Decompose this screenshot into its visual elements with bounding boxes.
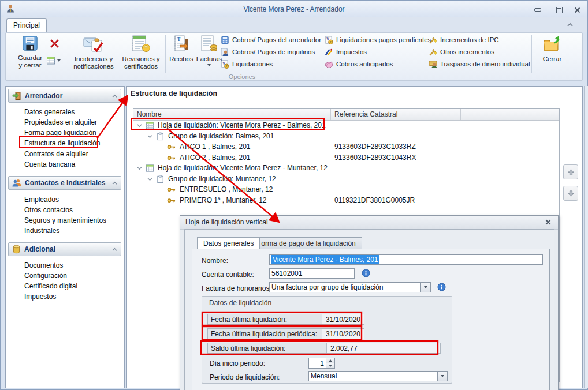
recibos-button[interactable]: T Recibos: [168, 35, 195, 63]
sidebar-item-contratos[interactable]: Contratos de alquiler: [24, 150, 88, 158]
table-row[interactable]: Grupo de liquidación: Balmes, 201: [133, 131, 559, 142]
menu-cobros-pagos-inquilinos[interactable]: Cobros/ Pagos de inquilinos: [221, 47, 315, 57]
chevron-down-icon[interactable]: [147, 134, 152, 139]
menu-impuestos[interactable]: Impuestos: [325, 47, 367, 57]
spinner-up-button[interactable]: [326, 358, 334, 363]
dialog-close-button[interactable]: [544, 218, 552, 226]
combo-dropdown-button[interactable]: [420, 283, 430, 292]
right-scroll-strip[interactable]: [584, 86, 588, 388]
revisions-bell-icon: [131, 35, 151, 53]
svg-text:€: €: [330, 40, 332, 44]
sidebar-item-propiedades[interactable]: Propiedades en alquiler: [24, 118, 97, 126]
ribbon-separator: [165, 35, 166, 73]
dia-inicio-spinner[interactable]: 1: [308, 358, 335, 369]
key-icon: [167, 197, 176, 204]
section-title: Adicional: [24, 245, 109, 253]
info-icon[interactable]: [437, 283, 446, 291]
section-title: Arrendador: [25, 92, 109, 100]
title-bar: Vicente Mora Perez - Arrendador: [1, 1, 587, 17]
minimize-button[interactable]: [533, 6, 543, 14]
tab-content: Nombre: Vicente Mora Perez - Balmes, 201…: [192, 249, 550, 390]
chevron-down-icon[interactable]: [137, 123, 142, 128]
ribbon-separator: [572, 35, 572, 73]
revisiones-button[interactable]: Revisiones y certificados: [118, 35, 164, 70]
collapse-ribbon-button[interactable]: [566, 21, 575, 28]
menu-otros-incrementos[interactable]: Otros incrementos: [429, 47, 494, 57]
periodo-combo[interactable]: Mensual: [308, 371, 448, 381]
delete-button[interactable]: [47, 37, 61, 50]
save-close-button[interactable]: Guardar y cerrar: [12, 35, 49, 69]
sidebar-item-certificado[interactable]: Certificado digital: [24, 282, 77, 290]
menu-item-label: Otros incrementos: [440, 48, 494, 55]
table-row[interactable]: Grupo de liquidación: Muntaner, 12: [133, 174, 559, 185]
factura-honorarios-combo[interactable]: Una factura por grupo de liquidación: [269, 282, 431, 292]
combo-value: Una factura por grupo de liquidación: [271, 283, 383, 291]
tab-forma-pago[interactable]: Forma de pago de la liquidación: [251, 237, 362, 249]
row-ref: 0119321DF3801G0005JR: [334, 196, 415, 204]
section-title: Contactos e industriales: [25, 179, 109, 187]
tab-principal[interactable]: Principal: [6, 18, 47, 33]
move-up-button[interactable]: [563, 164, 578, 179]
sidebar-item-industriales[interactable]: Industriales: [24, 227, 59, 235]
wrench-sparkle-icon: [429, 48, 437, 57]
sidebar-item-datos-generales[interactable]: Datos generales: [24, 108, 75, 116]
list-view-dropdown-button[interactable]: [46, 56, 61, 65]
tax-icon: [325, 48, 333, 57]
table-row[interactable]: ATICO 2 , Balmes, 201 9133603DF2893C1043…: [133, 152, 559, 163]
column-empty[interactable]: [461, 109, 559, 120]
cerrar-button[interactable]: Cerrar: [535, 35, 570, 63]
restore-button[interactable]: [554, 6, 564, 14]
close-button[interactable]: [572, 6, 582, 14]
menu-incrementos-ipc[interactable]: Incrementos de IPC: [429, 35, 499, 45]
ribbon: Guardar y cerrar Incidencias y notifica: [5, 32, 583, 81]
sidebar-item-configuracion[interactable]: Configuración: [24, 272, 67, 280]
datos-liquidacion-group: Datos de liquidación Fecha última liquid…: [202, 296, 452, 384]
dialog-title-bar: Hoja de liquidación vertical: [180, 216, 558, 230]
sidebar-item-cuenta-bancaria[interactable]: Cuenta bancaria: [24, 160, 75, 168]
sidebar-item-impuestos[interactable]: Impuestos: [24, 292, 56, 301]
menu-item-label: Cobros/ Pagos de inquilinos: [232, 48, 315, 55]
sidebar-section-contactos[interactable]: Contactos e industriales: [8, 176, 121, 190]
sidebar-item-forma-pago[interactable]: Forma pago liquidación: [24, 129, 96, 137]
row-label: ENTRESUELO , Muntaner, 12: [180, 185, 273, 193]
landlord-door-icon: [12, 91, 21, 100]
sidebar-item-documentos[interactable]: Documentos: [24, 261, 63, 269]
table-row[interactable]: Hoja de liquidación: Vicente Mora Perez …: [133, 120, 559, 131]
column-nombre[interactable]: Nombre: [133, 109, 331, 120]
column-referencia-catastral[interactable]: Referencia Catastral: [331, 109, 461, 120]
sidebar-item-empleados[interactable]: Empleados: [24, 196, 59, 204]
incidencias-label: Incidencias y notificaciones: [73, 55, 114, 70]
info-icon[interactable]: [362, 269, 370, 278]
table-row[interactable]: ATICO 1 , Balmes, 201 9133603DF2893C1033…: [133, 141, 559, 152]
menu-cobros-anticipados[interactable]: Cobros anticipados: [325, 59, 393, 69]
sidebar-section-arrendador[interactable]: Arrendador: [8, 89, 121, 103]
facturas-button[interactable]: Facturas: [195, 35, 223, 66]
menu-traspasos-dinero[interactable]: Traspasos de dinero individual: [429, 59, 530, 69]
tab-datos-generales[interactable]: Datos generales: [197, 237, 260, 249]
svg-text:V: V: [326, 36, 329, 40]
move-down-button[interactable]: [563, 186, 578, 201]
clipboard-icon: [156, 132, 165, 141]
sidebar-item-otros-contactos[interactable]: Otros contactos: [24, 206, 73, 214]
spinner-down-button[interactable]: [326, 363, 334, 369]
incidencias-button[interactable]: Incidencias y notificaciones: [70, 35, 117, 70]
sidebar-section-adicional[interactable]: Adicional: [8, 242, 121, 256]
table-row[interactable]: ENTRESUELO , Muntaner, 12: [133, 184, 559, 195]
invoice-icon: [200, 35, 218, 53]
save-close-label: Guardar y cerrar: [18, 54, 42, 69]
sidebar-item-estructura-liquidacion[interactable]: Estructura de liquidación: [24, 139, 100, 147]
menu-cobros-pagos-arrendador[interactable]: Cobros/ Pagos del arrendador: [221, 35, 321, 45]
menu-liquidaciones[interactable]: V€ Liquidaciones: [221, 59, 273, 69]
chevron-down-icon[interactable]: [147, 177, 152, 182]
combo-dropdown-button[interactable]: [437, 372, 447, 381]
cuenta-contable-input[interactable]: 56102001: [269, 268, 355, 279]
ribbon-separator: [531, 35, 532, 73]
table-row[interactable]: Hoja de liquidación: Vicente Mora Perez …: [133, 163, 559, 174]
table-row[interactable]: PRIMERO 1ª , Muntaner, 12 0119321DF3801G…: [133, 195, 559, 206]
table-header: Nombre Referencia Catastral: [133, 109, 559, 121]
svg-text:T: T: [177, 37, 181, 42]
menu-liquidaciones-pagos-pendientes[interactable]: V€ Liquidaciones pagos pendientes: [325, 35, 431, 45]
chevron-down-icon[interactable]: [137, 166, 142, 171]
sidebar-item-seguros[interactable]: Seguros y mantenimientos: [24, 216, 106, 224]
nombre-input[interactable]: Vicente Mora Perez - Balmes, 201: [269, 254, 543, 265]
